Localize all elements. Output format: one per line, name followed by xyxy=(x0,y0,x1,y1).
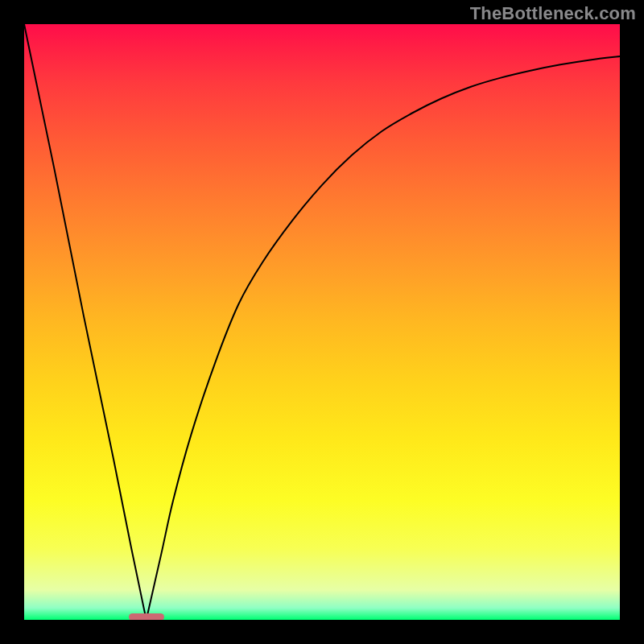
plot-area xyxy=(24,24,620,620)
watermark-text: TheBottleneck.com xyxy=(470,3,636,24)
chart-frame: TheBottleneck.com xyxy=(0,0,644,644)
optimal-range-marker xyxy=(129,613,164,620)
bottleneck-curve xyxy=(24,24,620,620)
